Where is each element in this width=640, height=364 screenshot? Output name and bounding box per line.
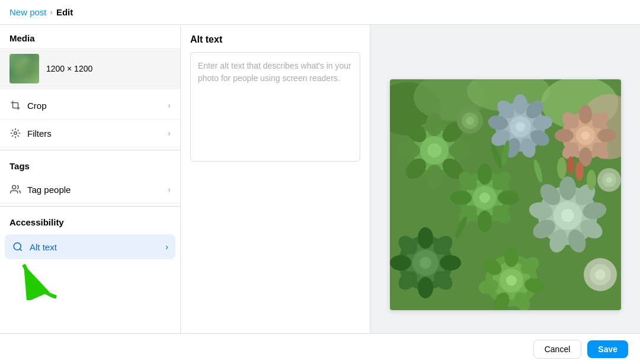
svg-point-104: [557, 157, 567, 179]
media-dimensions: 1200 × 1200: [46, 64, 92, 73]
green-arrow: [12, 256, 65, 300]
crop-icon: [9, 99, 21, 111]
filters-icon: [9, 127, 21, 139]
svg-point-57: [450, 191, 472, 205]
tag-people-chevron-icon: ›: [168, 185, 171, 194]
svg-point-82: [390, 255, 411, 270]
svg-point-45: [555, 129, 574, 142]
svg-point-20: [396, 142, 420, 159]
svg-point-106: [575, 162, 584, 181]
tag-people-menu-item[interactable]: Tag people ›: [0, 176, 180, 204]
svg-point-50: [479, 192, 490, 203]
alt-text-chevron-icon: ›: [165, 242, 168, 252]
svg-point-62: [561, 209, 574, 222]
svg-point-0: [14, 132, 17, 135]
breadcrumb-current: Edit: [56, 7, 73, 17]
svg-point-51: [478, 163, 492, 185]
alt-text-label: Alt text: [30, 242, 57, 252]
cancel-button[interactable]: Cancel: [533, 340, 582, 359]
svg-point-63: [559, 176, 576, 200]
accessibility-section-title: Accessibility: [0, 209, 180, 232]
alt-text-panel-title: Alt text: [190, 34, 360, 45]
filters-chevron-icon: ›: [168, 128, 171, 138]
svg-point-13: [427, 143, 441, 157]
image-preview: [390, 79, 621, 310]
filters-label: Filters: [27, 128, 52, 138]
svg-point-87: [506, 275, 517, 286]
tag-people-icon: [9, 183, 21, 195]
svg-point-88: [504, 247, 519, 267]
crop-chevron-icon: ›: [168, 101, 171, 110]
svg-point-97: [466, 117, 474, 125]
breadcrumb-separator: ›: [50, 8, 53, 17]
right-preview-panel: [370, 25, 640, 364]
filters-menu-item[interactable]: Filters ›: [0, 120, 180, 147]
save-button[interactable]: Save: [587, 340, 628, 358]
svg-point-107: [587, 170, 596, 190]
bottom-bar: Cancel Save: [0, 333, 640, 364]
alt-text-textarea[interactable]: [190, 52, 360, 162]
media-section-title: Media: [0, 25, 180, 48]
svg-point-103: [595, 269, 606, 280]
crop-menu-item[interactable]: Crop ›: [0, 92, 180, 120]
svg-point-76: [418, 227, 433, 249]
svg-point-26: [513, 94, 527, 114]
svg-point-18: [426, 165, 443, 188]
svg-point-105: [567, 156, 574, 174]
tag-people-label: Tag people: [27, 185, 71, 195]
svg-point-75: [420, 257, 431, 269]
media-item[interactable]: 1200 × 1200: [0, 48, 180, 89]
svg-point-38: [581, 131, 590, 140]
svg-point-14: [426, 112, 443, 136]
svg-point-80: [418, 277, 433, 298]
breadcrumb: New post › Edit: [0, 0, 640, 25]
alt-text-menu-item[interactable]: Alt text ›: [5, 234, 175, 259]
left-panel: Media 1200 × 1200 Crop ›: [0, 25, 181, 364]
svg-point-25: [516, 122, 525, 131]
media-thumbnail: [9, 54, 39, 83]
succulent-image: [390, 79, 621, 310]
svg-point-1: [12, 185, 16, 189]
crop-label: Crop: [27, 101, 47, 111]
tags-section-title: Tags: [0, 153, 180, 176]
svg-point-78: [440, 255, 461, 270]
svg-point-55: [478, 211, 492, 232]
middle-panel: Alt text: [181, 25, 370, 364]
svg-point-16: [449, 142, 472, 159]
new-post-link[interactable]: New post: [9, 7, 47, 17]
divider-1: [0, 150, 180, 150]
svg-point-41: [597, 129, 616, 142]
divider-2: [0, 206, 180, 207]
svg-point-53: [498, 191, 519, 205]
svg-point-100: [606, 177, 612, 183]
alt-text-icon: [12, 241, 24, 253]
svg-point-2: [14, 243, 21, 250]
svg-point-39: [579, 105, 592, 124]
